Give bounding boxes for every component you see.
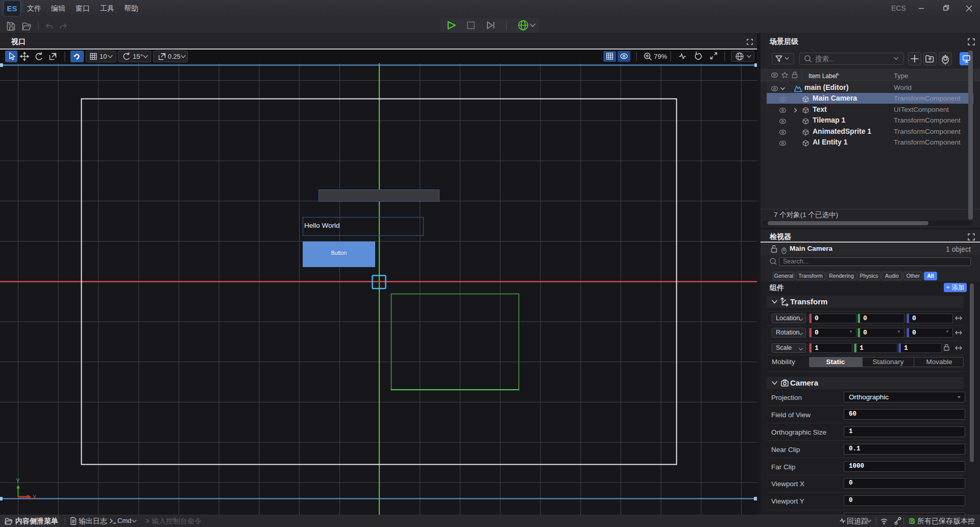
svg-text:79%: 79% [654, 53, 667, 60]
svg-text:搜索...: 搜索... [815, 55, 835, 63]
svg-text:Hello World: Hello World [304, 222, 340, 229]
svg-text:X: X [32, 493, 37, 501]
svg-text:0.25: 0.25 [168, 53, 180, 60]
svg-text:Button: Button [331, 250, 347, 256]
svg-text:15°: 15° [133, 53, 143, 60]
svg-text:Y: Y [16, 477, 20, 485]
svg-text:10: 10 [100, 53, 107, 60]
